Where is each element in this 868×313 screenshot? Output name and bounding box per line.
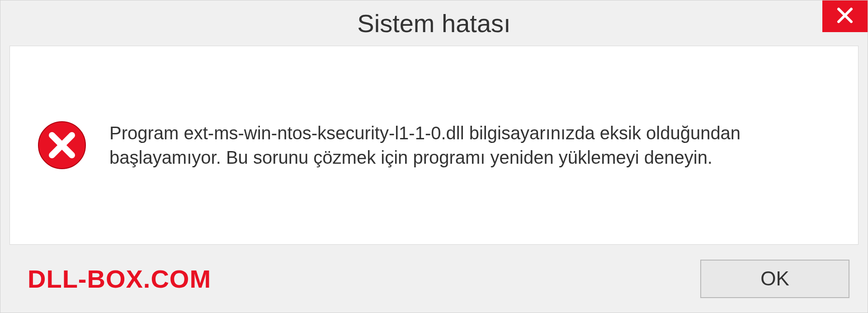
ok-button[interactable]: OK (700, 260, 849, 298)
watermark-text: DLL-BOX.COM (28, 264, 211, 294)
content-area: Program ext-ms-win-ntos-ksecurity-l1-1-0… (9, 46, 859, 245)
dialog-title: Sistem hatası (357, 9, 510, 38)
error-dialog: Sistem hatası Program ext-ms-win-ntos-ks… (0, 0, 868, 313)
footer: DLL-BOX.COM OK (0, 254, 868, 313)
error-message: Program ext-ms-win-ntos-ksecurity-l1-1-0… (109, 121, 831, 170)
close-icon (836, 6, 854, 26)
titlebar: Sistem hatası (0, 0, 868, 46)
close-button[interactable] (822, 0, 868, 32)
error-icon (37, 120, 87, 170)
